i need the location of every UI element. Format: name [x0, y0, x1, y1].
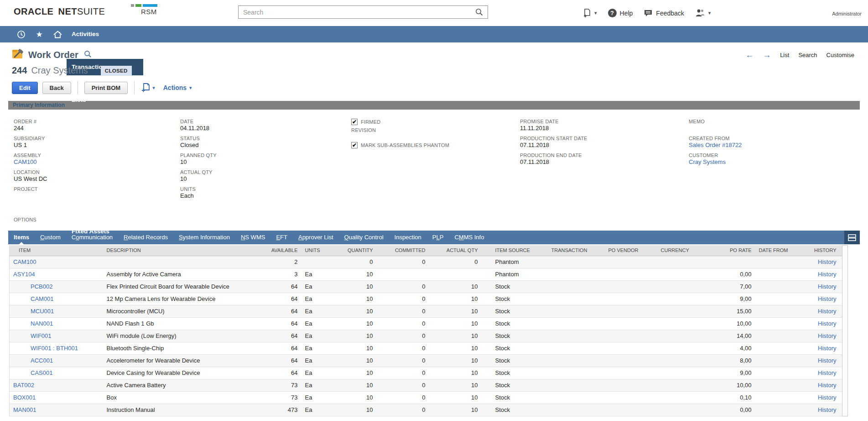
field: STATUS Closed	[180, 136, 351, 149]
item-link[interactable]: ASY104	[13, 271, 35, 278]
netsuite-wordmark: SUITE	[77, 6, 105, 16]
create-new-menu[interactable]: ▾	[583, 9, 597, 18]
print-bom-button[interactable]: Print BOM	[84, 82, 128, 94]
print-menu[interactable]: ▾	[141, 83, 155, 93]
tab[interactable]: CMMS Info	[449, 231, 489, 244]
search-icon[interactable]	[470, 6, 488, 18]
record-search-icon[interactable]	[84, 50, 92, 60]
nav-item[interactable]: Lists	[67, 92, 143, 108]
history-link[interactable]: History	[818, 394, 836, 401]
record-name: Cray Systems	[31, 65, 88, 76]
history-link[interactable]: History	[818, 283, 836, 290]
tab[interactable]: Custom	[35, 231, 66, 244]
field-value[interactable]: Cray Systems	[689, 158, 844, 166]
item-cell: BAT002	[10, 379, 103, 391]
history-link[interactable]: History	[818, 332, 836, 339]
item-link[interactable]: PCB002	[13, 283, 52, 290]
item-link[interactable]: MAN001	[13, 406, 36, 413]
tab[interactable]: Items	[8, 231, 35, 244]
tab[interactable]: EFT	[270, 231, 293, 244]
shortcuts-star-icon[interactable]: ★	[30, 26, 48, 42]
table-view-toggle[interactable]	[844, 231, 860, 244]
item-source-cell: Phantom	[482, 268, 548, 280]
col-item-source: ITEM SOURCE	[482, 245, 548, 256]
feedback-button[interactable]: Feedback	[644, 9, 684, 17]
po-rate-cell: 0,00	[726, 404, 755, 416]
recent-records-icon[interactable]	[12, 26, 30, 42]
history-link[interactable]: History	[818, 369, 836, 376]
record-number: 244	[12, 65, 27, 76]
roles-menu[interactable]: ▾	[695, 9, 711, 17]
history-link[interactable]: History	[818, 308, 836, 315]
actual-qty-cell: 10	[429, 330, 482, 342]
history-link[interactable]: History	[818, 258, 836, 265]
item-link[interactable]: CAS001	[13, 369, 52, 376]
search-link[interactable]: Search	[798, 52, 817, 58]
table-scrollbar[interactable]	[842, 245, 848, 416]
back-button[interactable]: Back	[42, 82, 71, 94]
tab[interactable]: Communication	[66, 231, 118, 244]
mark-sub-assemblies-checkbox[interactable]: ✔	[351, 142, 358, 148]
item-link[interactable]: WIF001 : BTH001	[13, 345, 78, 352]
history-link[interactable]: History	[818, 345, 836, 352]
firmed-checkbox[interactable]: ✔	[351, 119, 358, 125]
table-row: WIF001 : BTH001 Bluetooth Single-Chip 64…	[10, 342, 842, 354]
item-link[interactable]: ACC001	[13, 357, 53, 364]
history-link[interactable]: History	[818, 320, 836, 327]
field-value[interactable]: Sales Order #18722	[689, 142, 844, 149]
currency-cell	[657, 342, 726, 354]
date-from-cell	[755, 293, 796, 305]
quantity-cell: 10	[324, 367, 377, 379]
tab[interactable]: NS WMS	[235, 231, 270, 244]
available-cell: 64	[254, 293, 301, 305]
history-link[interactable]: History	[818, 271, 836, 278]
tab[interactable]: System Information	[173, 231, 235, 244]
committed-cell: 0	[377, 305, 429, 317]
customise-link[interactable]: Customise	[826, 52, 854, 58]
field-value: 244	[14, 125, 180, 132]
history-link[interactable]: History	[818, 406, 836, 413]
item-link[interactable]: CAM100	[13, 258, 36, 265]
item-link[interactable]: BOX001	[13, 394, 36, 401]
history-link[interactable]: History	[818, 357, 836, 364]
tab[interactable]: Approver List	[293, 231, 339, 244]
po-vendor-cell	[605, 391, 657, 404]
field-column-2: DATE 04.11.2018 STATUS Closed PLANNED QT…	[180, 119, 351, 203]
field-label: SUBSIDIARY	[14, 136, 180, 141]
history-cell: History	[796, 391, 842, 404]
col-units: UNITS	[301, 245, 324, 256]
rsm-logo-bars	[131, 4, 158, 7]
table-row: ASY104 Assembly for Active Camera 3 Ea 1…	[10, 268, 842, 280]
status-badge: CLOSED	[101, 66, 132, 76]
nav-item[interactable]: Activities	[67, 26, 143, 42]
nav-item[interactable]: Social Hashtag Gallery	[67, 207, 143, 223]
search-input[interactable]	[239, 9, 470, 16]
previous-record-arrow-icon[interactable]: ←	[745, 51, 754, 59]
description-cell: Flex Printed Circuit Board for Wearable …	[103, 280, 254, 293]
tab[interactable]: Quality Control	[339, 231, 389, 244]
help-label: Help	[620, 10, 633, 17]
next-record-arrow-icon[interactable]: →	[763, 51, 771, 59]
actions-label: Actions	[163, 84, 187, 91]
tab[interactable]: PLP	[427, 231, 449, 244]
item-link[interactable]: WIF001	[13, 332, 52, 339]
committed-cell: 0	[377, 342, 429, 354]
tab[interactable]: Inspection	[389, 231, 427, 244]
tab[interactable]: Related Records	[118, 231, 173, 244]
list-link[interactable]: List	[780, 52, 789, 58]
item-link[interactable]: NAN001	[13, 320, 53, 327]
actions-menu[interactable]: Actions ▾	[163, 84, 192, 91]
available-cell: 64	[254, 367, 301, 379]
home-icon[interactable]	[48, 26, 67, 42]
item-link[interactable]: BAT002	[13, 382, 34, 389]
history-link[interactable]: History	[818, 295, 836, 302]
help-button[interactable]: ? Help	[608, 9, 633, 17]
item-link[interactable]: CAM001	[13, 295, 54, 302]
edit-button[interactable]: Edit	[12, 82, 38, 94]
description-cell: Box	[103, 391, 254, 404]
quantity-cell: 10	[324, 391, 377, 404]
history-cell: History	[796, 342, 842, 354]
item-link[interactable]: MCU001	[13, 308, 54, 315]
history-link[interactable]: History	[818, 382, 836, 389]
field-value[interactable]	[689, 125, 844, 132]
